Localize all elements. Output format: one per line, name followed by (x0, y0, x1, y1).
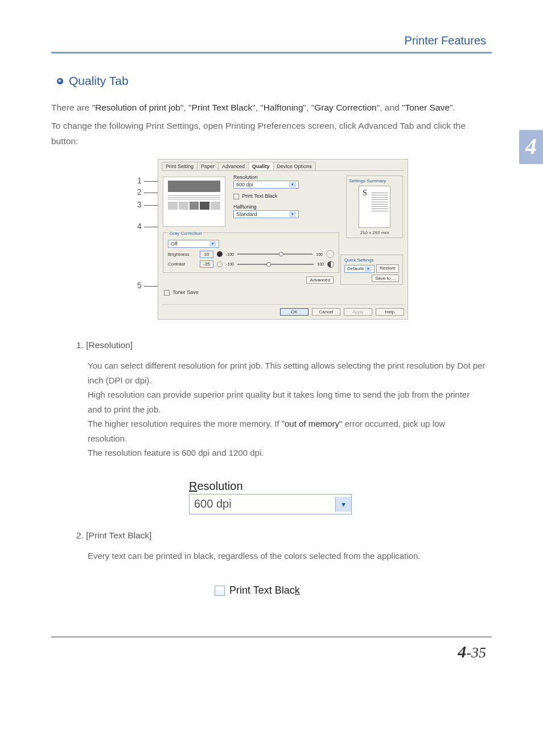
restore-button[interactable]: Restore (376, 264, 399, 273)
toner-save-checkbox[interactable] (164, 290, 170, 296)
item-2-title: 2. [Print Text Black] (76, 530, 492, 541)
item-1-p1: You can select different resolution for … (88, 358, 486, 387)
dark-icon (217, 251, 223, 257)
toner-save-label: Toner Save (172, 289, 199, 295)
contrast-slider[interactable] (237, 264, 314, 265)
print-text-black-big-checkbox[interactable] (215, 586, 225, 596)
tab-print-setting[interactable]: Print Setting (162, 162, 198, 170)
chevron-down-icon: ▾ (289, 211, 296, 217)
sun-icon (326, 250, 334, 258)
quick-settings-panel: Quick Settings Defaults▾ Restore Save to… (340, 255, 403, 285)
brightness-label: Brightness (168, 252, 196, 257)
halftoning-select[interactable]: Standard▾ (233, 210, 299, 218)
chevron-down-icon: ▾ (335, 497, 351, 512)
advanced-button[interactable]: Advanced (306, 276, 334, 284)
contrast-value[interactable]: -25 (200, 260, 213, 268)
item-1-p3: The higher resolution requires the more … (88, 416, 486, 446)
callout-1: 1 (137, 176, 142, 185)
print-text-black-label: Print Text Black (242, 193, 278, 199)
quick-settings-select[interactable]: Defaults▾ (344, 265, 375, 273)
tab-paper[interactable]: Paper (197, 162, 219, 170)
footer-rule (51, 636, 492, 638)
callout-3: 3 (137, 200, 142, 209)
callout-5: 5 (137, 281, 142, 290)
resolution-dropdown[interactable]: 600 dpi ▾ (189, 494, 352, 514)
resolution-label: Resolution (233, 174, 319, 180)
contrast-icon (327, 261, 334, 268)
print-text-black-checkbox[interactable] (233, 194, 239, 199)
chevron-down-icon: ▾ (289, 182, 296, 187)
tab-quality[interactable]: Quality (248, 162, 274, 170)
brightness-value[interactable]: 10 (200, 251, 213, 258)
halftoning-label: Halftoning (233, 204, 319, 210)
chapter-side-tab: 4 (519, 130, 543, 164)
brightness-slider[interactable] (237, 254, 312, 255)
chevron-down-icon: ▾ (209, 241, 216, 247)
cancel-button[interactable]: Cancel (312, 308, 340, 316)
item-1-p2: High resolution can provide superior pri… (88, 387, 486, 416)
ok-button[interactable]: OK (280, 308, 308, 316)
quality-tab-dialog: Print Setting Paper Advanced Quality Dev… (158, 159, 408, 320)
chevron-down-icon: ▾ (365, 266, 372, 272)
intro-instruction: To change the following Print Settings, … (51, 118, 492, 149)
contrast-label: Contrast (168, 261, 196, 267)
resolution-select[interactable]: 600 dpi▾ (233, 181, 299, 189)
help-button[interactable]: Help (376, 308, 404, 316)
gray-correction-mode-select[interactable]: Off▾ (168, 240, 219, 248)
resolution-closeup: Resolution 600 dpi ▾ (189, 480, 354, 514)
preview-thumbnail (163, 177, 225, 227)
page-header-title: Printer Features (405, 34, 486, 47)
print-text-black-closeup: Print Text Black (215, 585, 328, 596)
callout-2: 2 (137, 187, 142, 197)
item-1-p4: The resolution feature is 600 dpi and 12… (88, 446, 486, 460)
settings-summary-panel: Settings Summary S 210 x 297 mm (346, 175, 403, 238)
intro-paragraph: There are "Resolution of print job", "Pr… (51, 100, 492, 115)
page-number: 4-35 (51, 642, 492, 661)
section-title: Quality Tab (69, 74, 129, 88)
item-1-title: 1. [Resolution] (76, 340, 492, 350)
item-2-p1: Every text can be printed in black, rega… (88, 549, 486, 563)
section-bullet-icon (57, 78, 63, 84)
apply-button[interactable]: Apply (344, 308, 372, 316)
tab-advanced[interactable]: Advanced (218, 162, 249, 170)
callout-4: 4 (137, 222, 142, 231)
gray-correction-group: Gray Correction Off▾ Brightness 10 -100 … (163, 232, 339, 273)
circle-icon (217, 261, 223, 267)
header-rule (51, 52, 492, 54)
save-to-button[interactable]: Save to ... (372, 275, 399, 282)
tab-device-options[interactable]: Device Options (273, 162, 316, 170)
